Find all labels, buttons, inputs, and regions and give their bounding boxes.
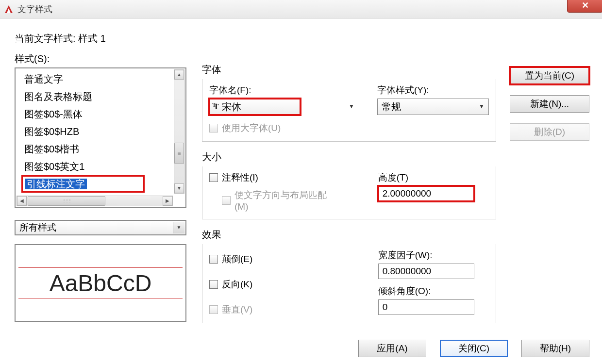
checkbox-icon [222,196,231,205]
list-item[interactable]: 图签$0$HZB [24,123,175,140]
preview-guideline [18,298,183,298]
new-button[interactable]: 新建(N)... [510,95,589,113]
backwards-checkbox[interactable]: 反向(K) [209,278,359,291]
height-input[interactable]: 2.00000000 [378,186,474,201]
checkbox-icon [209,124,218,132]
checkbox-icon [209,305,218,314]
styles-listbox-inner: 普通文字 图名及表格标题 图签$0$-黑体 图签$0$HZB 图签$0$楷书 图… [16,68,175,195]
styles-listbox[interactable]: 普通文字 图名及表格标题 图签$0$-黑体 图签$0$HZB 图签$0$楷书 图… [15,67,186,208]
vertical-scrollbar[interactable]: ▲ ▼ [174,69,184,194]
height-value: 2.00000000 [383,188,431,199]
window-title: 文字样式 [17,3,52,15]
middle-column: 字体 字体名(F): T 宋体 ▼ 使用大字体(U) [202,63,496,332]
size-group: 注释性(I) 使文字方向与布局匹配(M) 高度(T) 2.00000000 [202,166,496,219]
app-icon [4,4,14,14]
scroll-left-icon[interactable]: ◀ [17,196,27,206]
font-name-label: 字体名(F): [209,84,358,97]
scroll-thumb[interactable] [174,143,184,164]
annotative-checkbox[interactable]: 注释性(I) [209,171,359,184]
scroll-up-icon[interactable]: ▲ [174,70,184,80]
chevron-down-icon: ▼ [476,100,487,114]
close-window-button[interactable]: ✕ [567,0,602,13]
current-style-label: 当前文字样式: 样式 1 [15,32,587,45]
effects-group-label: 效果 [202,228,496,241]
oblique-angle-value: 0 [383,302,388,313]
truetype-icon: T [214,102,219,111]
close-icon: ✕ [582,0,589,11]
match-orientation-checkbox: 使文字方向与布局匹配(M) [222,189,359,212]
list-item[interactable]: 普通文字 [24,70,175,88]
effects-group: 颠倒(E) 反向(K) 垂直(V) 宽度因子(W): [202,244,496,323]
preview-box: AaBbCcD [15,244,186,322]
scroll-down-icon[interactable]: ▼ [174,183,184,193]
size-group-label: 大小 [202,150,496,164]
close-button[interactable]: 关闭(C) [440,340,508,357]
use-bigfont-checkbox: 使用大字体(U) [209,122,358,134]
styles-list-label: 样式(S): [15,52,186,66]
list-item[interactable]: 图签$0$英文1 [24,158,175,175]
oblique-angle-input[interactable]: 0 [378,299,474,315]
dialog-content: 当前文字样式: 样式 1 样式(S): 普通文字 图名及表格标题 图签$0$-黑… [0,18,602,364]
match-orientation-label: 使文字方向与布局匹配(M) [234,189,332,212]
list-item[interactable]: 图签$0$楷书 [24,140,175,158]
height-label: 高度(T) [378,171,489,184]
font-style-combo[interactable]: 常规 ▼ [377,99,489,115]
apply-button[interactable]: 应用(A) [358,340,426,357]
scroll-right-icon[interactable]: ▶ [163,196,172,206]
font-name-combo[interactable]: T 宋体 ▼ [209,99,301,115]
font-name-value: 宋体 [222,100,241,114]
width-factor-input[interactable]: 0.80000000 [378,264,474,279]
right-column: 置为当前(C) 新建(N)... 删除(D) [510,67,589,141]
left-column: 样式(S): 普通文字 图名及表格标题 图签$0$-黑体 图签$0$HZB 图签… [15,52,186,322]
vertical-checkbox: 垂直(V) [209,303,359,316]
scroll-thumb[interactable] [28,196,105,206]
chevron-down-icon: ▼ [173,222,184,233]
bottom-button-row: 应用(A) 关闭(C) 帮助(H) [358,340,589,357]
font-style-label: 字体样式(Y): [377,84,489,97]
annotative-label: 注释性(I) [222,171,258,184]
width-factor-value: 0.80000000 [383,266,431,277]
delete-button: 删除(D) [510,123,589,141]
font-style-value: 常规 [382,100,401,114]
oblique-angle-label: 倾斜角度(O): [378,285,489,298]
preview-text: AaBbCcD [50,270,152,297]
chevron-down-icon: ▼ [346,100,357,114]
style-filter-value: 所有样式 [19,221,56,234]
checkbox-icon [209,255,218,264]
backwards-label: 反向(K) [222,278,252,291]
vertical-label: 垂直(V) [222,303,252,316]
text-style-dialog: 文字样式 ✕ 当前文字样式: 样式 1 样式(S): 普通文字 图名及表格标题 … [0,0,602,364]
upside-down-label: 颠倒(E) [222,253,252,265]
preview-guideline [18,267,183,268]
list-item-selected[interactable]: 引线标注文字 [21,175,145,193]
help-button[interactable]: 帮助(H) [521,340,589,357]
style-filter-dropdown[interactable]: 所有样式 ▼ [15,220,186,235]
font-group-label: 字体 [202,63,496,76]
set-current-button[interactable]: 置为当前(C) [510,67,589,84]
width-factor-label: 宽度因子(W): [378,249,489,262]
use-bigfont-label: 使用大字体(U) [222,122,281,134]
list-item[interactable]: 图签$0$-黑体 [24,105,175,123]
checkbox-icon [209,280,218,289]
horizontal-scrollbar[interactable]: ◀ ▶ [17,196,173,206]
font-group: 字体名(F): T 宋体 ▼ 使用大字体(U) 字体样式(Y [202,79,496,142]
titlebar: 文字样式 ✕ [0,0,602,18]
upside-down-checkbox[interactable]: 颠倒(E) [209,253,359,265]
list-item[interactable]: 图名及表格标题 [24,88,175,105]
checkbox-icon [209,173,218,182]
